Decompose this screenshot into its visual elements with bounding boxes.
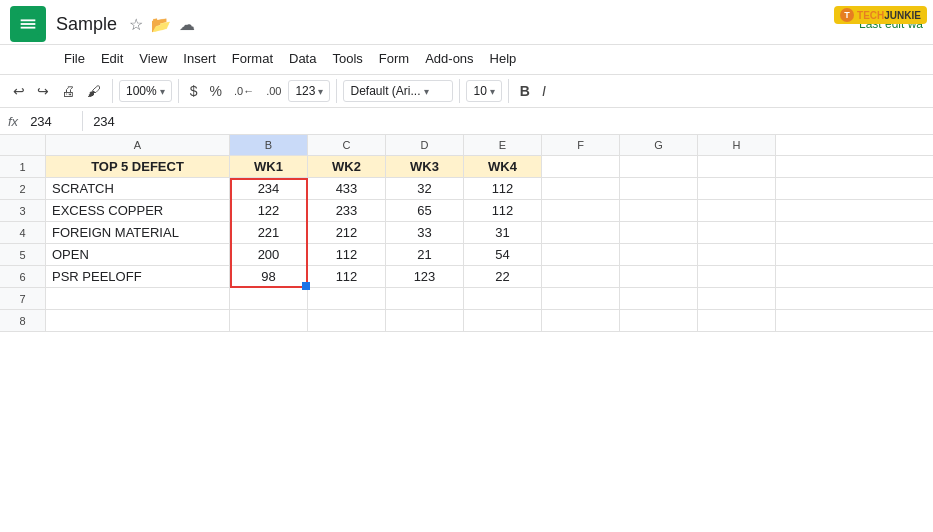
number-format-select[interactable]: 123 ▾: [288, 80, 330, 102]
star-icon[interactable]: ☆: [129, 15, 143, 34]
cell-5-a[interactable]: OPEN: [46, 244, 230, 265]
cloud-icon[interactable]: ☁: [179, 15, 195, 34]
row-number-6[interactable]: 6: [0, 266, 46, 287]
cell-5-g[interactable]: [620, 244, 698, 265]
cell-1-b[interactable]: WK1: [230, 156, 308, 177]
menu-item-tools[interactable]: Tools: [324, 47, 370, 70]
font-size-select[interactable]: 10 ▾: [466, 80, 501, 102]
percent-button[interactable]: %: [205, 79, 227, 103]
cell-2-c[interactable]: 433: [308, 178, 386, 199]
cell-8-b[interactable]: [230, 310, 308, 331]
cell-reference-input[interactable]: [26, 112, 76, 131]
redo-button[interactable]: ↪: [32, 79, 54, 103]
row-number-1[interactable]: 1: [0, 156, 46, 177]
cell-4-f[interactable]: [542, 222, 620, 243]
cell-6-e[interactable]: 22: [464, 266, 542, 287]
cell-7-c[interactable]: [308, 288, 386, 309]
cell-4-h[interactable]: [698, 222, 776, 243]
cell-6-d[interactable]: 123: [386, 266, 464, 287]
cell-5-b[interactable]: 200: [230, 244, 308, 265]
cell-3-h[interactable]: [698, 200, 776, 221]
cell-2-f[interactable]: [542, 178, 620, 199]
cell-5-f[interactable]: [542, 244, 620, 265]
cell-5-c[interactable]: 112: [308, 244, 386, 265]
decimal-increase-button[interactable]: .00: [261, 81, 286, 101]
zoom-select[interactable]: 100% ▾: [119, 80, 172, 102]
currency-button[interactable]: $: [185, 79, 203, 103]
menu-item-file[interactable]: File: [56, 47, 93, 70]
undo-button[interactable]: ↩: [8, 79, 30, 103]
cell-1-f[interactable]: [542, 156, 620, 177]
cell-6-c[interactable]: 112: [308, 266, 386, 287]
cell-3-e[interactable]: 112: [464, 200, 542, 221]
menu-item-form[interactable]: Form: [371, 47, 417, 70]
cell-3-f[interactable]: [542, 200, 620, 221]
col-header-d[interactable]: D: [386, 135, 464, 155]
col-header-g[interactable]: G: [620, 135, 698, 155]
cell-8-e[interactable]: [464, 310, 542, 331]
cell-8-f[interactable]: [542, 310, 620, 331]
paint-format-button[interactable]: 🖌: [82, 79, 106, 103]
col-header-e[interactable]: E: [464, 135, 542, 155]
menu-item-data[interactable]: Data: [281, 47, 324, 70]
cell-6-b[interactable]: 98: [230, 266, 308, 287]
cell-4-b[interactable]: 221: [230, 222, 308, 243]
cell-4-g[interactable]: [620, 222, 698, 243]
col-header-a[interactable]: A: [46, 135, 230, 155]
cell-4-e[interactable]: 31: [464, 222, 542, 243]
cell-2-a[interactable]: SCRATCH: [46, 178, 230, 199]
cell-2-b[interactable]: 234: [230, 178, 308, 199]
cell-8-a[interactable]: [46, 310, 230, 331]
cell-2-h[interactable]: [698, 178, 776, 199]
col-header-b[interactable]: B: [230, 135, 308, 155]
cell-3-c[interactable]: 233: [308, 200, 386, 221]
row-number-3[interactable]: 3: [0, 200, 46, 221]
cell-2-e[interactable]: 112: [464, 178, 542, 199]
cell-5-e[interactable]: 54: [464, 244, 542, 265]
cell-2-g[interactable]: [620, 178, 698, 199]
row-number-7[interactable]: 7: [0, 288, 46, 309]
cell-6-h[interactable]: [698, 266, 776, 287]
cell-4-c[interactable]: 212: [308, 222, 386, 243]
cell-3-b[interactable]: 122: [230, 200, 308, 221]
font-select[interactable]: Default (Ari... ▾: [343, 80, 453, 102]
cell-3-g[interactable]: [620, 200, 698, 221]
cell-2-d[interactable]: 32: [386, 178, 464, 199]
cell-3-d[interactable]: 65: [386, 200, 464, 221]
cell-7-e[interactable]: [464, 288, 542, 309]
cell-8-d[interactable]: [386, 310, 464, 331]
cell-3-a[interactable]: EXCESS COPPER: [46, 200, 230, 221]
cell-1-c[interactable]: WK2: [308, 156, 386, 177]
cell-7-h[interactable]: [698, 288, 776, 309]
row-number-2[interactable]: 2: [0, 178, 46, 199]
cell-7-g[interactable]: [620, 288, 698, 309]
print-button[interactable]: 🖨: [56, 79, 80, 103]
cell-7-a[interactable]: [46, 288, 230, 309]
cell-7-d[interactable]: [386, 288, 464, 309]
col-header-h[interactable]: H: [698, 135, 776, 155]
cell-1-a[interactable]: TOP 5 DEFECT: [46, 156, 230, 177]
menu-item-help[interactable]: Help: [482, 47, 525, 70]
formula-input[interactable]: [89, 112, 925, 131]
cell-4-d[interactable]: 33: [386, 222, 464, 243]
add-folder-icon[interactable]: 📂: [151, 15, 171, 34]
menu-item-edit[interactable]: Edit: [93, 47, 131, 70]
cell-6-g[interactable]: [620, 266, 698, 287]
cell-8-g[interactable]: [620, 310, 698, 331]
menu-item-format[interactable]: Format: [224, 47, 281, 70]
col-header-c[interactable]: C: [308, 135, 386, 155]
cell-6-f[interactable]: [542, 266, 620, 287]
cell-1-d[interactable]: WK3: [386, 156, 464, 177]
cell-5-h[interactable]: [698, 244, 776, 265]
cell-1-g[interactable]: [620, 156, 698, 177]
row-number-8[interactable]: 8: [0, 310, 46, 331]
menu-item-add-ons[interactable]: Add-ons: [417, 47, 481, 70]
cell-7-f[interactable]: [542, 288, 620, 309]
cell-8-c[interactable]: [308, 310, 386, 331]
row-number-4[interactable]: 4: [0, 222, 46, 243]
cell-1-e[interactable]: WK4: [464, 156, 542, 177]
cell-6-a[interactable]: PSR PEELOFF: [46, 266, 230, 287]
row-number-5[interactable]: 5: [0, 244, 46, 265]
col-header-f[interactable]: F: [542, 135, 620, 155]
cell-4-a[interactable]: FOREIGN MATERIAL: [46, 222, 230, 243]
